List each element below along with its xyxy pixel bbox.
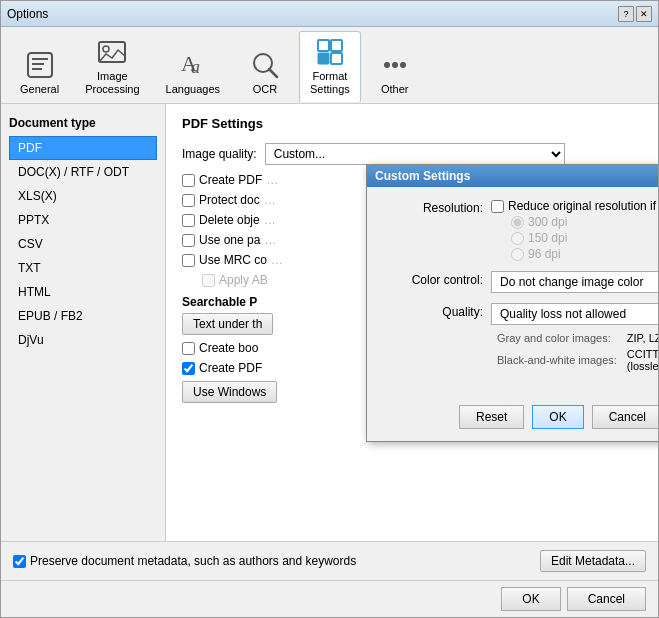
toolbar-label-other: Other [381,83,409,96]
dialog-reset-button[interactable]: Reset [459,405,524,429]
create-pdf-checkbox[interactable] [182,174,195,187]
edit-metadata-button[interactable]: Edit Metadata... [540,550,646,572]
toolbar-item-format-settings[interactable]: FormatSettings [299,31,361,103]
create-pdf2-checkbox[interactable] [182,362,195,375]
sidebar-item-djvu[interactable]: DjVu [9,328,157,352]
sidebar-item-txt[interactable]: TXT [9,256,157,280]
toolbar-item-ocr[interactable]: OCR [235,31,295,103]
main-panel: PDF Settings Image quality: Custom... Cr… [166,104,658,541]
title-bar-buttons: ? ✕ [618,6,652,22]
delete-obj-extra: … [264,213,276,227]
preserve-metadata-row: Preserve document metadata, such as auth… [13,554,356,568]
dialog-buttons: Reset OK Cancel [367,397,658,441]
resolution-row: Resolution: Reduce original resolution i… [383,199,658,261]
sidebar-item-pdf[interactable]: PDF [9,136,157,160]
use-windows-button[interactable]: Use Windows [182,381,277,403]
dialog-ok-button[interactable]: OK [532,405,583,429]
color-control-label: Color control: [383,271,483,287]
sidebar-item-docx[interactable]: DOC(X) / RTF / ODT [9,160,157,184]
use-mrc-checkbox[interactable] [182,254,195,267]
quality-row: Quality: Quality loss not allowed Gray a… [383,303,658,375]
window-buttons: OK Cancel [1,580,658,617]
dialog-content: Resolution: Reduce original resolution i… [367,187,658,397]
svg-rect-11 [331,40,342,51]
gray-color-key: Gray and color images: [493,331,621,345]
dialog-cancel-button[interactable]: Cancel [592,405,658,429]
quality-select[interactable]: Quality loss not allowed [491,303,658,325]
delete-obj-checkbox[interactable] [182,214,195,227]
svg-rect-1 [32,58,48,60]
color-control-select[interactable]: Do not change image color [491,271,658,293]
reduce-resolution-checkbox[interactable] [491,200,504,213]
toolbar-item-general[interactable]: General [9,31,70,103]
protect-doc-extra: … [264,193,276,207]
toolbar-label-format-settings: FormatSettings [310,70,350,96]
sidebar-item-pptx[interactable]: PPTX [9,208,157,232]
dpi-300-row: 300 dpi [511,215,658,229]
color-control-content: Do not change image color [491,271,658,293]
bw-row: Black-and-white images: CCITT, JBIG2 (lo… [493,347,658,373]
window-title: Options [7,7,48,21]
window-cancel-button[interactable]: Cancel [567,587,646,611]
quality-info-table: Gray and color images: ZIP, LZW, J2K Bla… [491,329,658,375]
title-bar: Options ? ✕ [1,1,658,27]
apply-label: Apply AB [219,273,268,287]
gray-color-row: Gray and color images: ZIP, LZW, J2K [493,331,658,345]
svg-rect-13 [331,53,342,64]
preserve-metadata-label: Preserve document metadata, such as auth… [30,554,356,568]
preserve-metadata-checkbox[interactable] [13,555,26,568]
protect-doc-label: Protect doc [199,193,260,207]
quality-content: Quality loss not allowed Gray and color … [491,303,658,375]
sidebar-item-html[interactable]: HTML [9,280,157,304]
svg-rect-10 [318,40,329,51]
image-processing-icon [96,36,128,68]
toolbar-label-image-processing: ImageProcessing [85,70,139,96]
toolbar-item-other[interactable]: Other [365,31,425,103]
panel-title: PDF Settings [182,116,642,131]
dialog-title-bar: Custom Settings ? ✕ [367,165,658,187]
color-control-row: Color control: Do not change image color [383,271,658,293]
dpi-150-radio[interactable] [511,232,524,245]
svg-rect-2 [32,63,44,65]
sidebar-item-epub[interactable]: EPUB / FB2 [9,304,157,328]
bw-key: Black-and-white images: [493,347,621,373]
dpi-300-radio[interactable] [511,216,524,229]
toolbar-item-image-processing[interactable]: ImageProcessing [74,31,150,103]
sidebar-title: Document type [9,116,157,130]
help-button[interactable]: ? [618,6,634,22]
window-ok-button[interactable]: OK [501,587,560,611]
toolbar: General ImageProcessing A a Languages [1,27,658,104]
toolbar-label-ocr: OCR [253,83,277,96]
use-mrc-label: Use MRC co [199,253,267,267]
apply-checkbox[interactable] [202,274,215,287]
svg-point-15 [392,62,398,68]
create-pdf2-label: Create PDF [199,361,262,375]
image-quality-select[interactable]: Custom... [265,143,565,165]
dpi-radio-group: 300 dpi 150 dpi 96 dpi [511,215,658,261]
toolbar-item-languages[interactable]: A a Languages [155,31,231,103]
dpi-96-radio[interactable] [511,248,524,261]
text-under-button[interactable]: Text under th [182,313,273,335]
close-button[interactable]: ✕ [636,6,652,22]
resolution-label: Resolution: [383,199,483,215]
toolbar-label-languages: Languages [166,83,220,96]
create-book-checkbox[interactable] [182,342,195,355]
dialog-title: Custom Settings [375,169,470,183]
create-book-label: Create boo [199,341,258,355]
create-pdf-extra: … [266,173,278,187]
protect-doc-checkbox[interactable] [182,194,195,207]
image-quality-row: Image quality: Custom... [182,143,642,165]
quality-label: Quality: [383,303,483,319]
use-one-page-extra: … [264,233,276,247]
sidebar-item-xls[interactable]: XLS(X) [9,184,157,208]
svg-point-5 [103,46,109,52]
use-mrc-extra: … [271,253,283,267]
reduce-resolution-label: Reduce original resolution if required [508,199,658,213]
dpi-96-row: 96 dpi [511,247,658,261]
dpi-150-row: 150 dpi [511,231,658,245]
svg-rect-3 [32,68,42,70]
format-settings-icon [314,36,346,68]
sidebar-item-csv[interactable]: CSV [9,232,157,256]
use-one-page-checkbox[interactable] [182,234,195,247]
image-quality-label: Image quality: [182,147,257,161]
